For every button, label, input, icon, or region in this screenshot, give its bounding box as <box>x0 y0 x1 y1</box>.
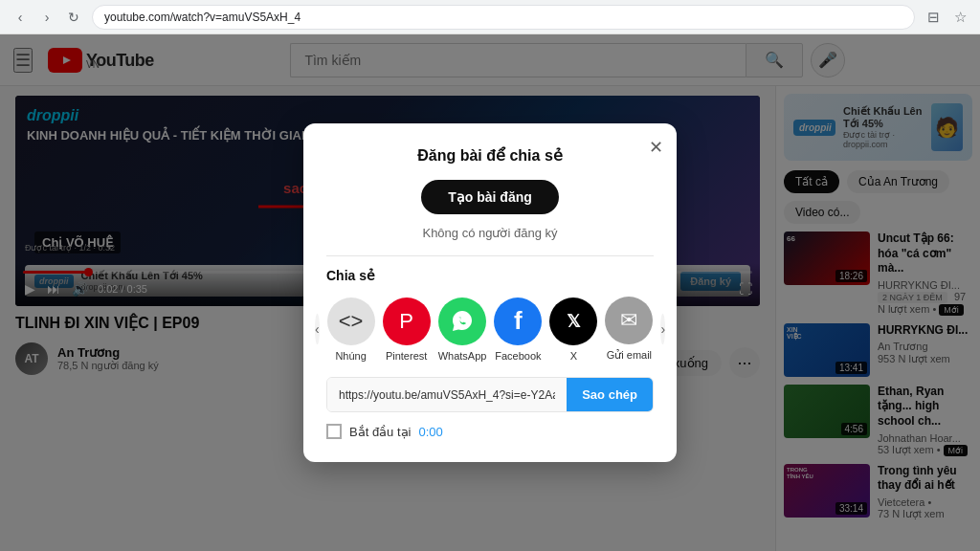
facebook-label: Facebook <box>495 350 541 362</box>
whatsapp-icon <box>438 298 486 345</box>
whatsapp-svg <box>450 309 475 334</box>
modal-url-input[interactable] <box>327 378 567 411</box>
bookmark-button[interactable]: ☆ <box>949 7 970 28</box>
embed-label: Nhúng <box>335 350 366 362</box>
back-button[interactable]: ‹ <box>10 7 31 28</box>
pinterest-icon: P <box>383 298 431 345</box>
url-text: youtube.com/watch?v=amuVS5AxH_4 <box>104 11 301 24</box>
forward-button[interactable]: › <box>36 7 57 28</box>
modal-url-row: Sao chép <box>326 377 654 412</box>
share-facebook[interactable]: f Facebook <box>494 298 542 362</box>
modal-no-subs: Không có người đăng ký <box>326 226 654 240</box>
share-nav-prev[interactable]: ‹ <box>315 314 320 344</box>
share-whatsapp[interactable]: WhatsApp <box>438 298 487 362</box>
modal-share-title: Chia sẻ <box>326 268 654 283</box>
start-at-checkbox[interactable] <box>326 424 342 439</box>
modal-title: Đăng bài để chia sẻ <box>326 146 654 165</box>
share-icons-row: ‹ <> Nhúng P Pinterest WhatsApp f <box>326 297 654 362</box>
start-at-time: 0:00 <box>418 425 442 439</box>
share-embed[interactable]: <> Nhúng <box>327 298 375 362</box>
modal-divider <box>326 255 654 256</box>
refresh-button[interactable]: ↻ <box>63 7 84 28</box>
modal-header: Đăng bài để chia sẻ <box>326 146 654 165</box>
share-email[interactable]: ✉ Gửi email <box>605 297 653 362</box>
embed-icon: <> <box>327 298 375 345</box>
email-label: Gửi email <box>607 349 652 362</box>
modal-copy-button[interactable]: Sao chép <box>567 378 653 411</box>
pinterest-label: Pinterest <box>386 350 427 362</box>
email-icon: ✉ <box>605 297 653 344</box>
modal-start-at: Bắt đầu tại 0:00 <box>326 424 654 439</box>
share-modal: ✕ Đăng bài để chia sẻ Tạo bài đăng Không… <box>303 123 677 462</box>
modal-overlay: ✕ Đăng bài để chia sẻ Tạo bài đăng Không… <box>0 34 980 551</box>
share-pinterest[interactable]: P Pinterest <box>383 298 431 362</box>
share-x[interactable]: 𝕏 X <box>549 298 597 362</box>
x-label: X <box>570 350 577 362</box>
browser-actions: ⊟ ☆ <box>923 7 970 28</box>
cast-button[interactable]: ⊟ <box>923 7 944 28</box>
url-bar[interactable]: youtube.com/watch?v=amuVS5AxH_4 <box>92 5 915 30</box>
x-icon: 𝕏 <box>549 298 597 345</box>
modal-post-button[interactable]: Tạo bài đăng <box>421 180 559 214</box>
modal-close-button[interactable]: ✕ <box>649 137 663 158</box>
facebook-icon: f <box>494 298 542 345</box>
browser-bar: ‹ › ↻ youtube.com/watch?v=amuVS5AxH_4 ⊟ … <box>0 0 980 34</box>
browser-nav-buttons: ‹ › ↻ <box>10 7 84 28</box>
start-at-label: Bắt đầu tại <box>349 425 411 439</box>
whatsapp-label: WhatsApp <box>438 350 487 362</box>
share-nav-next[interactable]: › <box>660 314 665 344</box>
